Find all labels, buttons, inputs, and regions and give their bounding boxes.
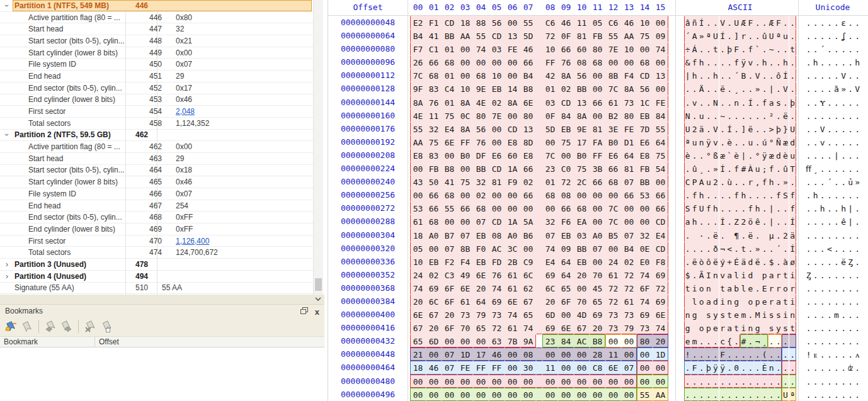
ascii-char[interactable]: .: [705, 229, 712, 242]
ascii-char[interactable]: s: [775, 308, 782, 321]
ascii-char[interactable]: .: [726, 201, 733, 215]
unicode-char[interactable]: .: [854, 215, 861, 228]
ascii-char[interactable]: ~: [719, 109, 726, 122]
unicode-char[interactable]: .: [812, 268, 819, 281]
hex-byte[interactable]: 00: [637, 201, 653, 215]
unicode-char[interactable]: .: [812, 201, 819, 215]
ascii-char[interactable]: t: [684, 281, 691, 295]
hex-byte[interactable]: 66: [590, 96, 605, 109]
ascii-char[interactable]: n: [698, 135, 705, 149]
float-panel-icon[interactable]: [300, 306, 309, 319]
ascii-char[interactable]: .: [733, 375, 740, 388]
ascii-char[interactable]: ª: [705, 29, 712, 42]
ascii-char[interactable]: s: [705, 308, 712, 321]
hex-byte[interactable]: 00: [489, 188, 505, 201]
hex-byte[interactable]: 00: [558, 149, 574, 162]
ascii-char[interactable]: u: [691, 135, 698, 149]
ascii-char[interactable]: S: [782, 188, 789, 201]
hex-byte[interactable]: 66: [590, 175, 605, 188]
unicode-char[interactable]: »: [854, 175, 861, 188]
ascii-char[interactable]: f: [789, 188, 796, 201]
unicode-char[interactable]: .: [812, 375, 819, 388]
ascii-char[interactable]: N: [712, 96, 719, 109]
hex-byte[interactable]: 00: [605, 242, 621, 255]
unicode-char[interactable]: .: [812, 135, 819, 149]
ascii-char[interactable]: a: [768, 268, 775, 281]
hex-byte[interactable]: FF: [473, 361, 489, 374]
ascii-char[interactable]: U: [768, 29, 775, 42]
unicode-char[interactable]: ë: [840, 255, 847, 268]
ascii-char[interactable]: .: [754, 229, 761, 242]
hex-byte[interactable]: BB: [574, 242, 590, 255]
hex-byte[interactable]: 26: [410, 55, 426, 69]
hex-byte[interactable]: F1: [426, 16, 442, 29]
unicode-char[interactable]: .: [833, 96, 840, 109]
unicode-char[interactable]: .: [826, 69, 833, 82]
hex-byte[interactable]: 00: [442, 215, 457, 228]
hex-byte[interactable]: 13: [520, 122, 536, 135]
unicode-char[interactable]: .: [833, 375, 840, 388]
unicode-char[interactable]: .: [854, 361, 861, 374]
ascii-char[interactable]: g: [684, 321, 691, 334]
hex-byte[interactable]: 08: [489, 229, 505, 242]
ascii-char[interactable]: .: [740, 175, 747, 188]
hex-byte[interactable]: EB: [426, 255, 442, 268]
hex-byte[interactable]: 61: [457, 295, 473, 308]
hex-byte[interactable]: 00: [473, 334, 489, 347]
ascii-char[interactable]: d: [775, 149, 782, 162]
ascii-char[interactable]: ;: [761, 162, 768, 175]
unicode-char[interactable]: .: [847, 149, 854, 162]
unicode-char[interactable]: ʣ: [847, 361, 854, 374]
unicode-char[interactable]: Ȥ: [805, 268, 812, 281]
ascii-char[interactable]: u: [754, 162, 761, 175]
ascii-char[interactable]: .: [719, 42, 726, 55]
unicode-char[interactable]: .: [854, 375, 861, 388]
ascii-char[interactable]: [712, 281, 719, 295]
ascii-char[interactable]: »: [698, 29, 705, 42]
ascii-char[interactable]: C: [684, 175, 691, 188]
hex-byte[interactable]: 65: [520, 308, 536, 321]
ascii-char[interactable]: .: [775, 255, 782, 268]
unicode-char[interactable]: .: [833, 42, 840, 55]
hex-byte[interactable]: 13: [653, 69, 668, 82]
edit-bookmark-icon[interactable]: [19, 319, 35, 334]
ascii-char[interactable]: o: [747, 295, 754, 308]
ascii-char[interactable]: n: [768, 361, 775, 374]
ascii-char[interactable]: Z: [733, 215, 740, 228]
hex-byte[interactable]: F7: [410, 42, 426, 55]
unicode-char[interactable]: .: [826, 29, 833, 42]
ascii-char[interactable]: [761, 321, 768, 334]
hex-byte[interactable]: 32: [542, 215, 558, 228]
ascii-char[interactable]: .: [733, 388, 740, 401]
hex-byte[interactable]: 01: [442, 69, 457, 82]
unicode-char[interactable]: .: [833, 215, 840, 228]
hex-byte[interactable]: 66: [520, 188, 536, 201]
ascii-char[interactable]: .: [761, 42, 768, 55]
ascii-char[interactable]: .: [691, 82, 698, 95]
ascii-char[interactable]: d: [747, 255, 754, 268]
ascii-char[interactable]: Í: [719, 215, 726, 228]
hex-byte[interactable]: 00: [426, 242, 442, 255]
hex-byte[interactable]: FB: [590, 29, 605, 42]
template-group-row[interactable]: ›Partition 1 (NTFS, 549 MB)446: [0, 0, 313, 12]
ascii-char[interactable]: .: [754, 122, 761, 135]
unicode-char[interactable]: .: [819, 162, 826, 175]
unicode-char[interactable]: .: [833, 281, 840, 295]
hex-byte[interactable]: 00: [590, 109, 605, 122]
unicode-char[interactable]: .: [812, 175, 819, 188]
ascii-char[interactable]: ÿ: [740, 55, 747, 69]
ascii-char[interactable]: .: [719, 188, 726, 201]
ascii-char[interactable]: n: [789, 308, 796, 321]
unicode-char[interactable]: .: [833, 334, 840, 347]
ascii-char[interactable]: i: [691, 281, 698, 295]
hex-byte[interactable]: 01: [542, 82, 558, 95]
unicode-char[interactable]: ủ: [847, 175, 854, 188]
ascii-char[interactable]: f: [768, 162, 775, 175]
hex-byte[interactable]: 32: [637, 229, 653, 242]
ascii-char[interactable]: .: [789, 175, 796, 188]
hex-byte[interactable]: C1: [426, 42, 442, 55]
hex-byte[interactable]: 30: [520, 361, 536, 374]
hex-byte[interactable]: AA: [410, 135, 426, 149]
unicode-char[interactable]: .: [847, 375, 854, 388]
unicode-char[interactable]: .: [826, 375, 833, 388]
